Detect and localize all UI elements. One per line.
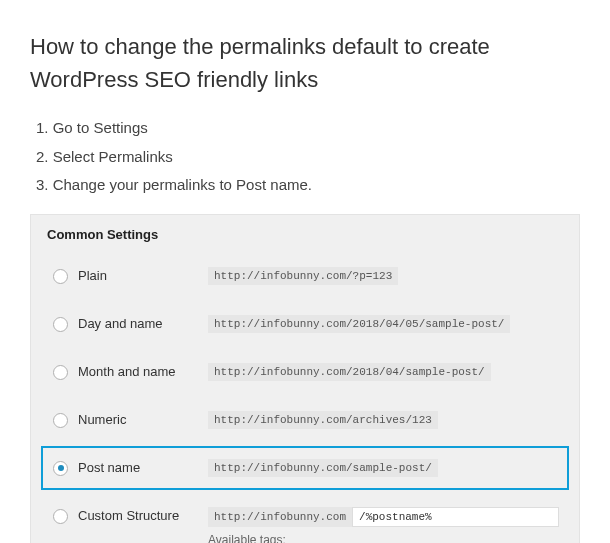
option-plain[interactable]: Plain http://infobunny.com/?p=123 [41, 254, 569, 298]
permalink-settings-panel: Common Settings Plain http://infobunny.c… [30, 214, 580, 544]
option-url: http://infobunny.com/archives/123 [208, 411, 438, 429]
option-label: Post name [68, 459, 208, 475]
radio-month-and-name[interactable] [53, 365, 68, 380]
option-label: Custom Structure [68, 507, 208, 523]
option-url: http://infobunny.com/2018/04/05/sample-p… [208, 315, 510, 333]
step-item: 3. Change your permalinks to Post name. [36, 171, 580, 200]
step-item: 1. Go to Settings [36, 114, 580, 143]
custom-structure-input[interactable] [352, 507, 559, 527]
option-label: Plain [68, 267, 208, 283]
option-url: http://infobunny.com/?p=123 [208, 267, 398, 285]
radio-custom-structure[interactable] [53, 509, 68, 524]
radio-post-name[interactable] [53, 461, 68, 476]
radio-numeric[interactable] [53, 413, 68, 428]
option-label: Numeric [68, 411, 208, 427]
option-numeric[interactable]: Numeric http://infobunny.com/archives/12… [41, 398, 569, 442]
available-tags-label: Available tags: [208, 533, 559, 544]
step-item: 2. Select Permalinks [36, 143, 580, 172]
option-url: http://infobunny.com/sample-post/ [208, 459, 438, 477]
option-month-and-name[interactable]: Month and name http://infobunny.com/2018… [41, 350, 569, 394]
option-custom-structure[interactable]: Custom Structure http://infobunny.com Av… [41, 494, 569, 544]
article-body: How to change the permalinks default to … [0, 0, 610, 543]
radio-plain[interactable] [53, 269, 68, 284]
custom-base-url: http://infobunny.com [208, 507, 352, 527]
option-day-and-name[interactable]: Day and name http://infobunny.com/2018/0… [41, 302, 569, 346]
custom-structure-group: http://infobunny.com Available tags: [208, 507, 559, 544]
option-label: Day and name [68, 315, 208, 331]
option-url: http://infobunny.com/2018/04/sample-post… [208, 363, 491, 381]
steps-list: 1. Go to Settings 2. Select Permalinks 3… [30, 114, 580, 200]
panel-header: Common Settings [41, 223, 569, 254]
radio-day-and-name[interactable] [53, 317, 68, 332]
page-heading: How to change the permalinks default to … [30, 30, 580, 96]
option-label: Month and name [68, 363, 208, 379]
option-post-name[interactable]: Post name http://infobunny.com/sample-po… [41, 446, 569, 490]
